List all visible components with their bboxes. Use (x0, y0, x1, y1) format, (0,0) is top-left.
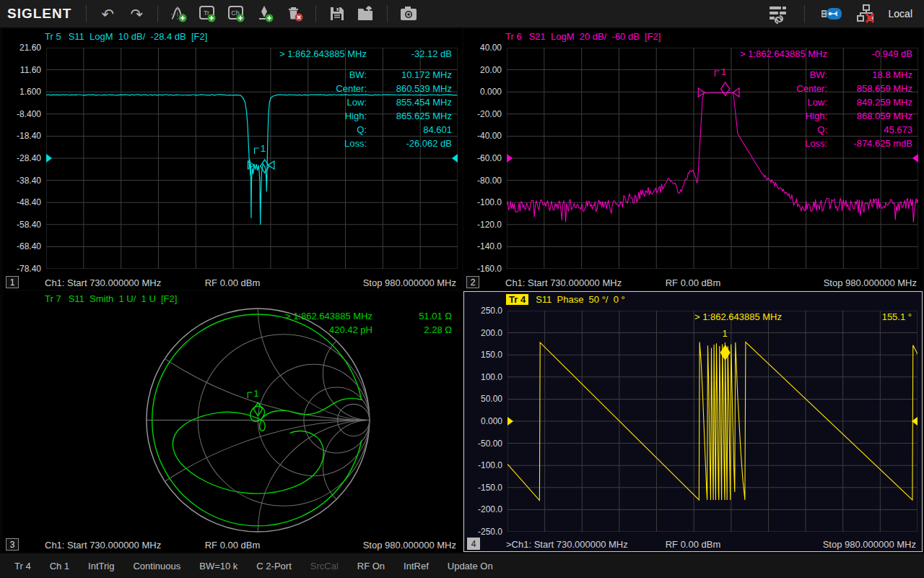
delete-icon[interactable] (282, 3, 307, 25)
y-tick-label: -100.0 (477, 197, 502, 207)
redo-icon[interactable]: ↷ (124, 3, 149, 25)
status-item[interactable]: Update On (448, 561, 493, 571)
trace-settings: S11 Phase 50 °/ 0 ° (536, 294, 625, 305)
rf-power: RF 0.00 dBm (205, 277, 261, 288)
marker-freq: > 1:862.643885 MHz (694, 311, 782, 322)
stat-label: Center: (279, 83, 367, 94)
add-marker-icon[interactable] (253, 3, 278, 25)
plot-area[interactable]: 1 > 1:862.643885 MHz 51.01 Ω 420.42 pH 2… (3, 306, 462, 537)
stat-label: Q: (279, 124, 367, 135)
screenshot-icon[interactable] (396, 3, 421, 25)
active-trace-name[interactable]: Tr 4 (506, 294, 528, 305)
add-trace-curve-icon[interactable] (167, 3, 191, 25)
y-tick-label: -58.40 (17, 220, 41, 230)
save-icon[interactable] (325, 3, 349, 25)
marker-1-number: 1 (261, 143, 266, 154)
y-axis: 40.0020.000.000-20.00-40.00-60.00-80.00-… (463, 44, 507, 275)
trace-settings: S11 Smith 1 U/ 1 U [F2] (69, 293, 178, 304)
stat-label: Q: (740, 124, 827, 135)
channel-footer: 4 >Ch1: Start 730.000000 MHz RF 0.00 dBm… (464, 537, 922, 551)
stop-frequency: Stop 980.000000 MHz (363, 277, 456, 288)
y-tick-label: 1.600 (19, 87, 41, 97)
window-number-badge: 1 (6, 276, 19, 288)
marker-1-flag (715, 71, 720, 77)
stat-value: 858.659 MHz (846, 83, 912, 94)
y-tick-label: -160.0 (477, 264, 502, 274)
trace-title[interactable]: Tr 4S11 Phase 50 °/ 0 ° (464, 292, 922, 307)
status-item[interactable]: IntTrig (88, 561, 114, 571)
system-setup-icon[interactable] (765, 3, 790, 25)
status-item[interactable]: BW=10 k (199, 561, 237, 571)
marker-inductance: 420.42 pH (285, 324, 372, 335)
trace-title[interactable]: Tr 5S11 LogM 10 dB/ -28.4 dB [F2] (3, 29, 462, 44)
ref-level-marker-left (507, 154, 513, 163)
plot-area[interactable]: 250.0200.0150.0100.050.000.000-50.00-100… (464, 307, 922, 538)
usb-icon[interactable] (819, 3, 844, 25)
y-tick-label: -18.40 (17, 131, 41, 141)
ref-level-marker-left (507, 417, 513, 426)
marker-freq: > 1:862.643885 MHz (285, 311, 372, 322)
marker-1-flag (248, 392, 252, 398)
panel-2-s21-logm[interactable]: Tr 6S21 LogM 20 dB/ -60 dB [F2] 40.0020.… (463, 29, 923, 290)
stat-value: 860.539 MHz (385, 83, 452, 94)
undo-icon[interactable]: ↶ (95, 3, 120, 25)
add-channel-icon[interactable]: Ch (225, 3, 249, 25)
add-trace-icon[interactable]: Tr (196, 3, 220, 25)
trace-name[interactable]: Tr 7 (45, 293, 61, 304)
marker-impedance-x: 2.28 Ω (401, 324, 452, 335)
rf-power: RF 0.00 dBm (666, 539, 721, 550)
status-item[interactable]: Continuous (133, 561, 180, 571)
y-axis: 21.6011.601.600-8.400-18.40-28.40-38.40-… (3, 44, 46, 275)
y-axis: 250.0200.0150.0100.050.000.000-50.00-100… (464, 307, 507, 538)
plot-area[interactable]: 40.0020.000.000-20.00-40.00-60.00-80.00-… (463, 44, 923, 275)
status-item[interactable]: SrcCal (310, 561, 339, 571)
y-tick-label: -60.00 (477, 153, 502, 163)
marker-1-number: 1 (721, 66, 726, 77)
toolbar-separator (315, 5, 316, 22)
marker-readout: > 1:862.643885 MHz 155.1 ° (694, 311, 912, 322)
window-number-badge: 4 (467, 538, 480, 550)
toolbar-separator (157, 5, 158, 22)
marker-1-number: 1 (253, 388, 258, 399)
local-mode-label[interactable]: Local (889, 8, 917, 20)
status-item[interactable]: RF On (357, 561, 385, 571)
status-item[interactable]: Ch 1 (50, 561, 69, 571)
trace-title[interactable]: Tr 6S21 LogM 20 dB/ -60 dB [F2] (463, 29, 923, 44)
stat-value: -26.062 dB (385, 138, 452, 149)
marker-value: 155.1 ° (868, 311, 912, 322)
status-item[interactable]: IntRef (404, 561, 429, 571)
marker-freq: > 1:862.643885 MHz (279, 48, 367, 59)
smith-chart: 1 (3, 306, 462, 537)
stat-value: 10.172 MHz (385, 69, 452, 80)
stat-label: High: (279, 111, 367, 121)
panel-4-s11-phase[interactable]: Tr 4S11 Phase 50 °/ 0 ° 250.0200.0150.01… (463, 291, 923, 552)
y-tick-label: -50.00 (478, 439, 502, 449)
stat-value: 18.8 MHz (846, 69, 912, 80)
stat-label: BW: (740, 69, 827, 80)
ref-level-marker-right (912, 154, 918, 163)
y-tick-label: 0.000 (480, 87, 502, 97)
y-tick-label: 20.00 (480, 65, 502, 75)
marker-1-flag (255, 148, 259, 154)
stat-label: Center: (740, 83, 827, 94)
trace-title[interactable]: Tr 7S11 Smith 1 U/ 1 U [F2] (3, 291, 462, 306)
toolbar: SIGLENT ↶ ↷ Tr Ch (0, 0, 924, 27)
y-tick-label: 50.00 (481, 394, 502, 404)
stop-frequency: Stop 980.000000 MHz (823, 539, 916, 550)
recall-icon[interactable] (354, 3, 378, 25)
status-item[interactable]: Tr 4 (14, 561, 31, 571)
stat-value: 855.454 MHz (385, 97, 452, 108)
panel-1-s11-logm[interactable]: Tr 5S11 LogM 10 dB/ -28.4 dB [F2] 21.601… (3, 29, 462, 290)
lan-disconnected-icon[interactable] (854, 3, 879, 25)
panel-3-s11-smith[interactable]: Tr 7S11 Smith 1 U/ 1 U [F2] (3, 291, 462, 552)
trace-name[interactable]: Tr 6 (505, 31, 522, 42)
status-item[interactable]: C 2-Port (256, 561, 291, 571)
y-tick-label: 100.0 (481, 372, 502, 382)
start-frequency: Ch1: Start 730.000000 MHz (45, 277, 161, 288)
y-tick-label: -250.0 (478, 527, 502, 537)
trace-name[interactable]: Tr 5 (45, 31, 61, 42)
y-tick-label: 40.00 (480, 43, 502, 53)
start-frequency: >Ch1: Start 730.000000 MHz (506, 539, 628, 550)
plot-area[interactable]: 21.6011.601.600-8.400-18.40-28.40-38.40-… (3, 44, 462, 275)
y-tick-label: -200.0 (478, 504, 502, 514)
